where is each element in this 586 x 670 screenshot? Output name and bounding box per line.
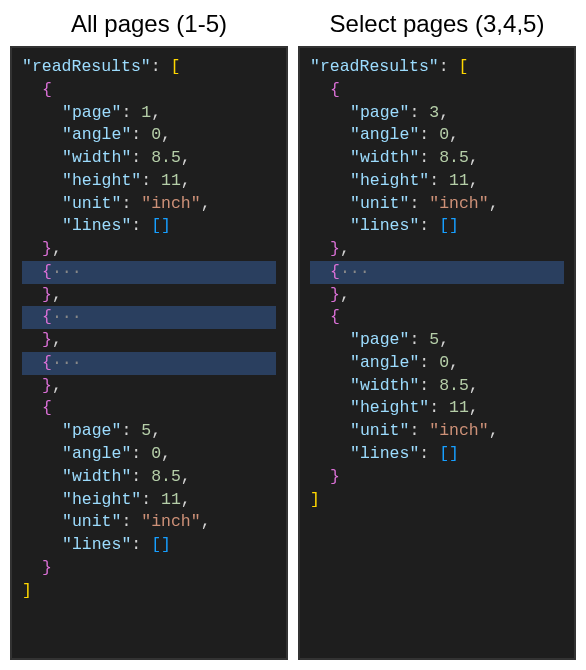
code-line: { (22, 79, 276, 102)
code-line: "height": 11, (22, 489, 276, 512)
code-line: ] (310, 489, 564, 512)
code-line: "lines": [] (310, 215, 564, 238)
code-line: { (310, 79, 564, 102)
code-line: "page": 5, (22, 420, 276, 443)
collapsed-fold[interactable]: {··· (22, 261, 276, 284)
right-panel-title: Select pages (3,4,5) (298, 10, 576, 38)
code-line: "height": 11, (22, 170, 276, 193)
code-line: }, (22, 284, 276, 307)
code-line: "height": 11, (310, 170, 564, 193)
code-line: }, (22, 329, 276, 352)
code-line: "unit": "inch", (22, 511, 276, 534)
code-line: "angle": 0, (310, 352, 564, 375)
left-code-block: "readResults": [ { "page": 1, "angle": 0… (10, 46, 288, 660)
code-line: "readResults": [ (22, 56, 276, 79)
code-line: }, (310, 284, 564, 307)
code-line: { (310, 306, 564, 329)
code-line: "unit": "inch", (310, 420, 564, 443)
code-line: "unit": "inch", (22, 193, 276, 216)
left-panel-title: All pages (1-5) (10, 10, 288, 38)
code-line: "width": 8.5, (22, 466, 276, 489)
collapsed-fold[interactable]: {··· (22, 352, 276, 375)
code-line: }, (22, 238, 276, 261)
code-line: "readResults": [ (310, 56, 564, 79)
code-line: "unit": "inch", (310, 193, 564, 216)
code-line: "width": 8.5, (310, 147, 564, 170)
code-line: "angle": 0, (22, 124, 276, 147)
code-line: "lines": [] (22, 534, 276, 557)
left-panel: All pages (1-5) "readResults": [ { "page… (10, 10, 288, 660)
code-line: "width": 8.5, (22, 147, 276, 170)
code-line: }, (22, 375, 276, 398)
code-line: "lines": [] (310, 443, 564, 466)
code-line: "page": 5, (310, 329, 564, 352)
collapsed-fold[interactable]: {··· (22, 306, 276, 329)
right-panel: Select pages (3,4,5) "readResults": [ { … (298, 10, 576, 660)
code-line: "lines": [] (22, 215, 276, 238)
right-code-block: "readResults": [ { "page": 3, "angle": 0… (298, 46, 576, 660)
collapsed-fold[interactable]: {··· (310, 261, 564, 284)
code-line: } (22, 557, 276, 580)
code-line: }, (310, 238, 564, 261)
code-line: "angle": 0, (310, 124, 564, 147)
code-line: "width": 8.5, (310, 375, 564, 398)
code-line: } (310, 466, 564, 489)
code-line: "page": 3, (310, 102, 564, 125)
code-line: { (22, 397, 276, 420)
code-line: "page": 1, (22, 102, 276, 125)
code-line: "angle": 0, (22, 443, 276, 466)
code-line: "height": 11, (310, 397, 564, 420)
code-line: ] (22, 580, 276, 603)
